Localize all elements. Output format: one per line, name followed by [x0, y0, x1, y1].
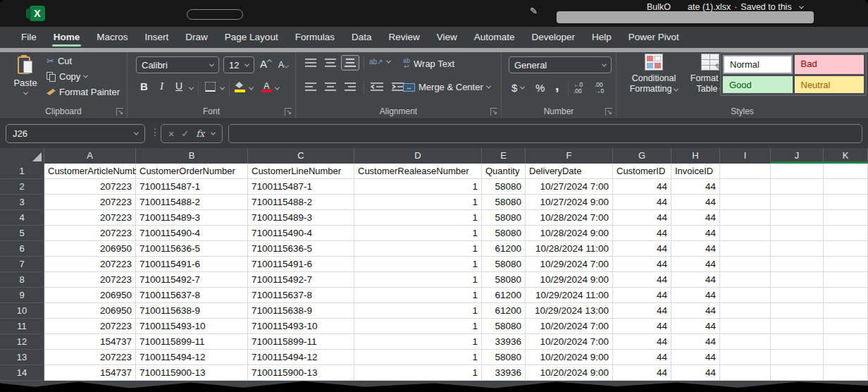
borders-button[interactable] [205, 82, 216, 92]
cell-D5[interactable]: 1 [354, 226, 482, 241]
tab-automate[interactable]: Automate [466, 27, 523, 48]
formula-input[interactable] [228, 124, 862, 143]
cell-J9[interactable] [771, 288, 824, 303]
cell-D9[interactable]: 1 [354, 288, 482, 303]
cell-A7[interactable]: 207223 [44, 257, 136, 272]
cell-G13[interactable]: 44 [613, 350, 671, 365]
cell-E7[interactable]: 58080 [482, 257, 526, 272]
align-middle-button[interactable] [321, 55, 340, 71]
cell-F14[interactable]: 10/20/2024 9:00 [526, 365, 613, 381]
cell-B6[interactable]: 7100115636-5 [136, 241, 248, 257]
tab-insert[interactable]: Insert [137, 27, 178, 48]
column-header-J[interactable]: J [771, 148, 824, 164]
cell-J7[interactable] [771, 257, 824, 272]
cell-B10[interactable]: 7100115638-9 [136, 303, 248, 319]
cut-button[interactable]: ✂ Cut [46, 56, 120, 66]
style-neutral[interactable]: Neutral [795, 76, 864, 94]
cell-K11[interactable] [824, 319, 868, 334]
cell-K12[interactable] [824, 334, 868, 350]
cell-F5[interactable]: 10/28/2024 9:00 [526, 226, 613, 241]
cell-C6[interactable]: 7100115636-5 [248, 241, 354, 257]
tab-data[interactable]: Data [343, 27, 380, 48]
cell-D7[interactable]: 1 [354, 257, 482, 272]
row-header-6[interactable]: 6 [0, 241, 44, 257]
style-normal[interactable]: Normal [723, 55, 793, 74]
cell-H2[interactable]: 44 [671, 179, 720, 195]
cell-E4[interactable]: 58080 [482, 210, 526, 226]
cell-K14[interactable] [824, 365, 868, 381]
tab-view[interactable]: View [428, 27, 466, 48]
cell-A10[interactable]: 206950 [44, 303, 136, 319]
cell-F1[interactable]: DeliveryDate [526, 164, 613, 179]
tab-help[interactable]: Help [583, 27, 620, 48]
cell-E11[interactable]: 58080 [482, 319, 526, 334]
cell-I4[interactable] [720, 210, 771, 226]
tab-home[interactable]: Home [45, 27, 89, 48]
row-header-9[interactable]: 9 [0, 288, 44, 303]
cell-A12[interactable]: 154737 [44, 334, 136, 350]
cell-H4[interactable]: 44 [671, 210, 720, 226]
cell-B9[interactable]: 7100115637-8 [136, 288, 248, 303]
cell-G6[interactable]: 44 [613, 241, 671, 257]
cancel-icon[interactable]: × [168, 128, 175, 140]
excel-app-icon[interactable]: X [30, 6, 45, 21]
wrap-text-button[interactable]: ab↩ Wrap Text [403, 58, 454, 69]
cell-F7[interactable]: 10/29/2024 7:00 [526, 257, 613, 272]
cell-C8[interactable]: 7100115492-7 [248, 272, 354, 288]
cell-H14[interactable]: 44 [671, 365, 720, 381]
cell-C12[interactable]: 7100115899-11 [248, 334, 354, 350]
row-header-14[interactable]: 14 [0, 365, 44, 381]
cell-K10[interactable] [824, 303, 868, 319]
cell-D8[interactable]: 1 [354, 272, 482, 288]
tab-formulas[interactable]: Formulas [287, 27, 343, 48]
cell-D3[interactable]: 1 [354, 195, 482, 210]
insert-function-icon[interactable]: fx [196, 128, 204, 139]
align-right-button[interactable] [341, 79, 359, 94]
tab-draw[interactable]: Draw [177, 27, 216, 48]
cell-F12[interactable]: 10/20/2024 7:00 [526, 334, 613, 350]
cell-E8[interactable]: 58080 [482, 272, 526, 288]
cell-A11[interactable]: 207223 [44, 319, 136, 334]
increase-font-button[interactable]: A [260, 58, 271, 70]
cell-F4[interactable]: 10/28/2024 7:00 [526, 210, 613, 226]
cell-I6[interactable] [720, 241, 771, 257]
cell-J6[interactable] [771, 241, 824, 257]
row-header-1[interactable]: 1 [0, 164, 44, 179]
cell-E14[interactable]: 33936 [482, 365, 526, 381]
quick-access-toolbar[interactable] [187, 9, 243, 20]
column-header-I[interactable]: I [720, 148, 771, 164]
increase-decimal-button[interactable]: ←0 .00 [574, 82, 583, 94]
cell-E1[interactable]: Quantity [482, 164, 526, 179]
cell-K7[interactable] [824, 257, 868, 272]
decrease-indent-button[interactable] [368, 79, 386, 94]
align-left-button[interactable] [302, 79, 320, 94]
cell-B14[interactable]: 7100115900-13 [136, 365, 248, 381]
cell-E10[interactable]: 61200 [482, 303, 526, 319]
cell-G14[interactable]: 44 [613, 365, 671, 381]
cell-G2[interactable]: 44 [613, 179, 671, 195]
cell-J3[interactable] [771, 195, 824, 210]
row-header-2[interactable]: 2 [0, 179, 44, 195]
cell-E2[interactable]: 58080 [482, 179, 526, 195]
cell-C11[interactable]: 7100115493-10 [248, 319, 354, 334]
chevron-down-icon[interactable] [220, 85, 225, 90]
column-header-C[interactable]: C [248, 148, 354, 164]
dialog-launcher-icon[interactable]: ↘ [285, 108, 292, 116]
cell-B11[interactable]: 7100115493-10 [136, 319, 248, 334]
cell-C1[interactable]: CustomerLineNumber [248, 164, 354, 179]
underline-button[interactable]: U [175, 80, 182, 92]
search-box[interactable] [557, 11, 814, 23]
cell-J12[interactable] [771, 334, 824, 350]
cell-K6[interactable] [824, 241, 868, 257]
cell-I2[interactable] [720, 179, 771, 195]
row-header-11[interactable]: 11 [0, 319, 44, 334]
chevron-down-icon[interactable] [799, 4, 804, 8]
cell-K9[interactable] [824, 288, 868, 303]
cell-I1[interactable] [720, 164, 771, 179]
cell-J2[interactable] [771, 179, 824, 195]
cell-G5[interactable]: 44 [613, 226, 671, 241]
cell-J4[interactable] [771, 210, 824, 226]
cell-K1[interactable] [824, 164, 868, 179]
currency-button[interactable]: $ [512, 82, 524, 94]
cell-H8[interactable]: 44 [671, 272, 720, 288]
